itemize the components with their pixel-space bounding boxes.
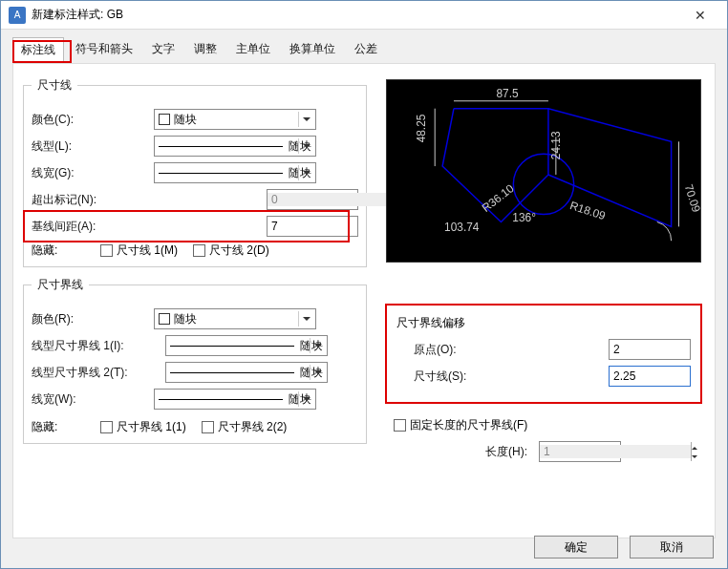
- tab-primary-units[interactable]: 主单位: [228, 37, 278, 63]
- legend-offset: 尺寸界线偏移: [396, 315, 691, 331]
- combo-linetype-l[interactable]: 随块: [154, 136, 316, 157]
- svg-text:103.74: 103.74: [444, 221, 480, 234]
- combo-color-r[interactable]: 随块: [154, 308, 316, 329]
- spin-origin-o[interactable]: [609, 339, 691, 360]
- combo-color-c-value: 随块: [174, 112, 197, 128]
- spin-dimline-s[interactable]: [609, 366, 691, 387]
- dialog-footer: 确定 取消: [534, 536, 714, 558]
- spin-length-h-input: [540, 445, 691, 458]
- titlebar: A 新建标注样式: GB ✕: [1, 1, 727, 30]
- line-sample-icon: [170, 372, 294, 373]
- label-lineweight-g: 线宽(G):: [32, 165, 154, 181]
- chevron-down-icon: [298, 112, 313, 127]
- chevron-down-icon: [298, 391, 313, 407]
- line-sample-icon: [170, 346, 294, 347]
- label-baseline-a: 基线间距(A):: [32, 219, 154, 235]
- tab-fit[interactable]: 调整: [186, 37, 225, 63]
- spin-origin-o-input[interactable]: [610, 343, 728, 356]
- combo-lt-ext2[interactable]: 随块: [165, 362, 328, 383]
- combo-color-c[interactable]: 随块: [154, 109, 316, 130]
- tab-dimline[interactable]: 标注线: [12, 37, 64, 63]
- svg-text:87.5: 87.5: [497, 87, 519, 100]
- chevron-down-icon: [310, 338, 325, 353]
- window-title: 新建标注样式: GB: [32, 7, 681, 23]
- checkbox-dimline-1[interactable]: 尺寸线 1(M): [100, 242, 178, 259]
- label-extend-n: 超出标记(N):: [32, 192, 154, 208]
- tab-tolerance[interactable]: 公差: [347, 37, 385, 63]
- svg-text:136°: 136°: [512, 211, 536, 224]
- label-color-r: 颜色(R):: [32, 311, 154, 327]
- color-swatch-icon: [159, 114, 170, 125]
- chevron-down-icon: [298, 138, 313, 154]
- checkbox-extline-1[interactable]: 尺寸界线 1(1): [100, 419, 186, 435]
- tab-symbols[interactable]: 符号和箭头: [68, 37, 140, 63]
- label-origin-o: 原点(O):: [396, 342, 492, 358]
- group-extline: 尺寸界线 颜色(R): 随块 线型尺寸界线 1(I): 随块: [23, 277, 367, 444]
- spin-length-h: [539, 441, 621, 462]
- group-offset: 尺寸界线偏移 原点(O): 尺寸线(S):: [386, 305, 701, 403]
- svg-text:R36.10: R36.10: [480, 181, 517, 215]
- color-swatch-icon: [159, 313, 170, 325]
- label-length-h: 长度(H):: [386, 444, 539, 460]
- tab-bar: 标注线 符号和箭头 文字 调整 主单位 换算单位 公差: [1, 30, 727, 63]
- chevron-down-icon: [298, 165, 313, 180]
- label-dimline-s: 尺寸线(S):: [396, 369, 492, 385]
- spin-dimline-s-input[interactable]: [610, 369, 728, 383]
- preview-pane: 87.5 48.25 24.13 70.09 103.74 R36.10 136…: [386, 79, 701, 263]
- label-lt-ext1: 线型尺寸界线 1(I):: [32, 338, 165, 354]
- cancel-button[interactable]: 取消: [630, 536, 714, 558]
- tab-text[interactable]: 文字: [144, 37, 182, 63]
- combo-lineweight-g[interactable]: 随块: [154, 162, 316, 183]
- label-hide-dimline: 隐藏:: [32, 242, 85, 259]
- combo-lt-ext1[interactable]: 随块: [165, 335, 328, 356]
- line-sample-icon: [159, 173, 283, 174]
- spin-extend-n[interactable]: [267, 189, 358, 210]
- legend-dimline: 尺寸线: [32, 77, 77, 94]
- line-sample-icon: [159, 146, 283, 147]
- svg-text:R18.09: R18.09: [568, 199, 608, 222]
- svg-text:48.25: 48.25: [415, 114, 428, 142]
- label-lineweight-w: 线宽(W):: [32, 391, 154, 408]
- svg-text:24.13: 24.13: [549, 131, 563, 159]
- label-color-c: 颜色(C):: [32, 112, 154, 128]
- label-hide-extline: 隐藏:: [32, 419, 85, 435]
- checkbox-dimline-2[interactable]: 尺寸线 2(D): [193, 242, 269, 259]
- svg-text:70.09: 70.09: [682, 182, 700, 214]
- tab-alt-units[interactable]: 换算单位: [282, 37, 343, 63]
- label-lt-ext2: 线型尺寸界线 2(T):: [32, 365, 165, 381]
- spinner-buttons: [691, 442, 697, 461]
- combo-lineweight-w[interactable]: 随块: [154, 389, 316, 410]
- ok-button[interactable]: 确定: [534, 536, 618, 558]
- main-panel: 尺寸线 颜色(C): 随块 线型(L): 随块: [12, 63, 716, 538]
- checkbox-extline-2[interactable]: 尺寸界线 2(2): [202, 419, 288, 435]
- checkbox-fixed-length[interactable]: 固定长度的尺寸界线(F): [394, 417, 527, 433]
- label-linetype-l: 线型(L):: [32, 138, 154, 155]
- line-sample-icon: [159, 399, 283, 400]
- svg-point-0: [513, 154, 573, 214]
- close-icon[interactable]: ✕: [681, 8, 719, 23]
- group-dimline: 尺寸线 颜色(C): 随块 线型(L): 随块: [23, 77, 367, 267]
- chevron-down-icon: [310, 365, 325, 380]
- spin-baseline-a[interactable]: [267, 216, 358, 237]
- legend-extline: 尺寸界线: [32, 277, 89, 293]
- app-icon: A: [9, 7, 26, 24]
- combo-color-r-value: 随块: [174, 311, 197, 327]
- chevron-down-icon: [298, 311, 313, 327]
